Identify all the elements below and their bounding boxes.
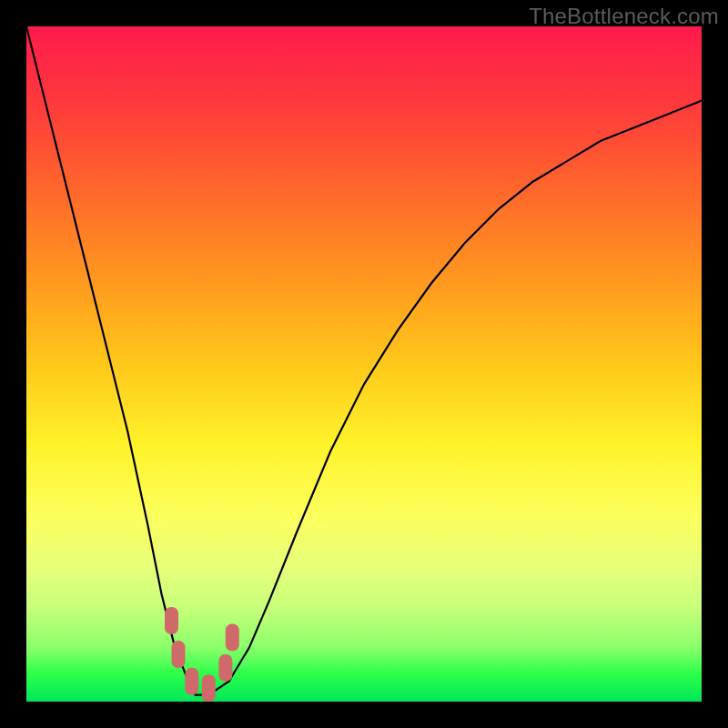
data-marker: [185, 668, 198, 695]
chart-frame: TheBottleneck.com: [0, 0, 728, 728]
bottleneck-curve: [26, 26, 702, 702]
data-marker: [172, 641, 186, 668]
data-marker: [165, 607, 178, 634]
data-marker: [202, 674, 216, 702]
data-marker: [226, 624, 239, 652]
plot-area: [26, 26, 702, 702]
data-marker: [218, 654, 232, 682]
watermark-text: TheBottleneck.com: [529, 4, 719, 29]
